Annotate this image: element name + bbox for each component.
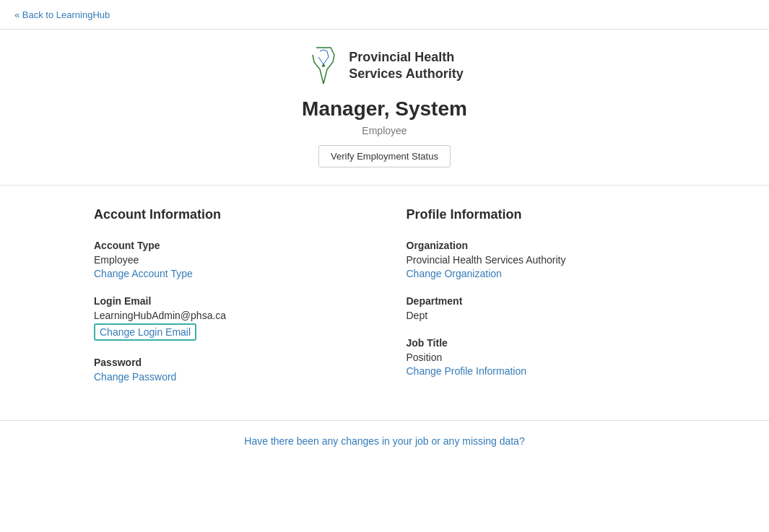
change-password-link[interactable]: Change Password bbox=[94, 371, 176, 383]
profile-information-column: Profile Information Organization Provinc… bbox=[407, 207, 676, 398]
top-bar: « Back to LearningHub bbox=[0, 0, 769, 30]
header-section: Provincial HealthServices Authority Mana… bbox=[0, 30, 769, 186]
user-role: Employee bbox=[362, 125, 407, 136]
svg-point-0 bbox=[322, 64, 325, 67]
change-login-email-link[interactable]: Change Login Email bbox=[94, 323, 196, 341]
job-title-value: Position bbox=[407, 352, 676, 363]
logo-area: Provincial HealthServices Authority bbox=[305, 44, 463, 87]
profile-section-title: Profile Information bbox=[407, 207, 676, 222]
account-type-section: Account Type Employee Change Account Typ… bbox=[94, 240, 363, 279]
back-to-learninghub-link[interactable]: « Back to LearningHub bbox=[14, 9, 110, 20]
account-type-label: Account Type bbox=[94, 240, 363, 251]
main-content: Account Information Account Type Employe… bbox=[0, 186, 769, 420]
organization-label: Organization bbox=[407, 240, 676, 251]
change-account-type-link[interactable]: Change Account Type bbox=[94, 268, 193, 279]
job-title-section: Job Title Position Change Profile Inform… bbox=[407, 337, 676, 377]
change-organization-link[interactable]: Change Organization bbox=[407, 268, 502, 279]
department-section: Department Dept bbox=[407, 295, 676, 321]
footer-section: Have there been any changes in your job … bbox=[0, 420, 769, 461]
login-email-value: LearningHubAdmin@phsa.ca bbox=[94, 310, 363, 321]
password-section: Password Change Password bbox=[94, 357, 363, 383]
account-type-value: Employee bbox=[94, 254, 363, 266]
department-value: Dept bbox=[407, 310, 676, 321]
change-profile-information-link[interactable]: Change Profile Information bbox=[407, 365, 527, 377]
job-title-label: Job Title bbox=[407, 337, 676, 349]
login-email-label: Login Email bbox=[94, 295, 363, 307]
department-label: Department bbox=[407, 295, 676, 307]
org-name-text: Provincial HealthServices Authority bbox=[349, 49, 463, 83]
login-email-section: Login Email LearningHubAdmin@phsa.ca Cha… bbox=[94, 295, 363, 341]
verify-employment-button[interactable]: Verify Employment Status bbox=[318, 145, 451, 167]
organization-section: Organization Provincial Health Services … bbox=[407, 240, 676, 279]
account-information-column: Account Information Account Type Employe… bbox=[94, 207, 363, 398]
phsa-logo-icon bbox=[305, 44, 342, 87]
organization-value: Provincial Health Services Authority bbox=[407, 254, 676, 266]
account-section-title: Account Information bbox=[94, 207, 363, 222]
password-label: Password bbox=[94, 357, 363, 368]
footer-question-link[interactable]: Have there been any changes in your job … bbox=[244, 435, 524, 447]
user-name: Manager, System bbox=[302, 97, 467, 121]
